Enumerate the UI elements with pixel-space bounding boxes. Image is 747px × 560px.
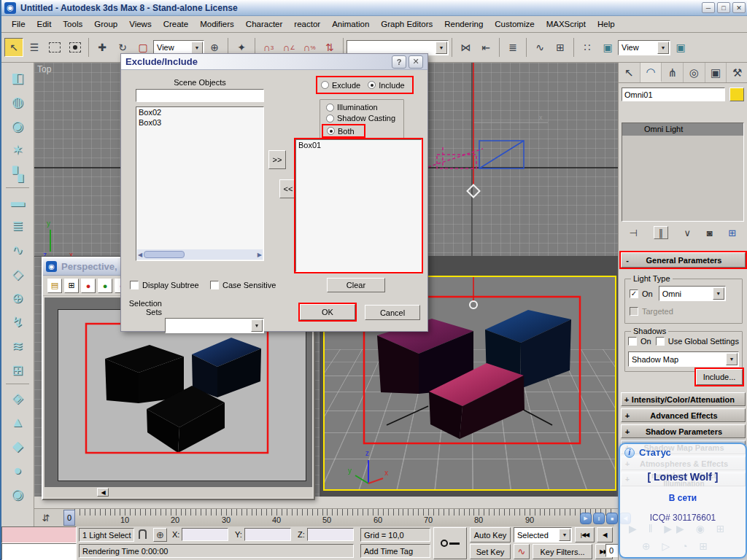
illumination-radio-label[interactable]: Illumination	[337, 103, 378, 112]
render-scene-icon[interactable]: ▣	[598, 38, 617, 57]
included-objects-list[interactable]: Box01	[295, 139, 422, 272]
menu-group[interactable]: Group	[88, 18, 123, 31]
menu-rendering[interactable]: Rendering	[438, 18, 489, 31]
align-icon[interactable]: ⇤	[476, 38, 495, 57]
popup-header[interactable]: i Статус	[620, 444, 746, 461]
menu-animation[interactable]: Animation	[326, 18, 375, 31]
z-field[interactable]	[307, 528, 354, 541]
show-end-result-icon[interactable]: ∥	[654, 226, 668, 239]
light-on-label[interactable]: On	[642, 289, 653, 298]
tab-motion-icon[interactable]: ◎	[684, 63, 705, 82]
viewport-top-label[interactable]: Top	[37, 64, 51, 74]
select-by-name-icon[interactable]: ☰	[25, 38, 44, 57]
help-icon[interactable]: ?	[392, 55, 406, 69]
both-radio[interactable]	[327, 127, 335, 135]
menu-tools[interactable]: Tools	[57, 18, 88, 31]
move-right-button[interactable]: >>	[268, 150, 286, 169]
minimize-button[interactable]: ─	[702, 2, 715, 13]
default-tangent-icon[interactable]: ∿	[514, 544, 530, 559]
mirror-icon[interactable]: ⋈	[456, 38, 475, 57]
scroll-left-icon[interactable]: ◀	[97, 488, 109, 497]
intensity-rollout[interactable]: +Intensity/Color/Attenuation	[621, 392, 746, 406]
time-ruler[interactable]: 10 20 30 40 50 60 70 80 90	[74, 509, 614, 527]
use-global-settings-checkbox[interactable]	[656, 337, 665, 346]
selection-lock-icon[interactable]	[139, 529, 147, 539]
reactor-constraint-icon[interactable]: ◈	[5, 386, 30, 410]
set-key-mode-button[interactable]	[433, 527, 467, 559]
reactor-deforming-mesh-icon[interactable]: ▚	[5, 162, 30, 186]
red-channel-icon[interactable]: ●	[81, 279, 96, 293]
reactor-plane-icon[interactable]: ▬	[5, 190, 30, 214]
chevron-down-icon[interactable]: ▼	[713, 287, 724, 300]
mini-curve-editor-icon[interactable]: ⇵	[39, 511, 53, 524]
chevron-down-icon[interactable]: ▼	[657, 42, 669, 54]
maximize-button[interactable]: □	[717, 2, 730, 13]
shadow-parameters-rollout[interactable]: +Shadow Parameters	[621, 424, 746, 438]
object-name-field[interactable]	[622, 88, 725, 101]
selection-filter-icon[interactable]	[66, 38, 85, 57]
chevron-down-icon[interactable]: ▼	[559, 529, 570, 541]
reactor-rope-icon[interactable]: ✶	[5, 138, 30, 162]
chevron-down-icon[interactable]: ▼	[436, 42, 447, 54]
reactor-ragdoll-icon[interactable]: ▲	[5, 410, 30, 434]
scene-objects-list[interactable]: Box02 Box03 ◀ ▶	[136, 106, 264, 261]
list-horizontal-scrollbar[interactable]: ◀ ▶	[137, 249, 263, 260]
advanced-effects-rollout[interactable]: +Advanced Effects	[621, 408, 746, 422]
menu-customize[interactable]: Customize	[489, 18, 540, 31]
shadows-on-checkbox[interactable]	[628, 337, 637, 346]
reactor-wind-icon[interactable]: ⊕	[5, 286, 30, 310]
title-bar[interactable]: ◉ Untitled - Autodesk 3ds Max 8 - Stand-…	[1, 0, 747, 16]
maxscript-listener-pink[interactable]	[1, 526, 77, 543]
render-preset-dropdown[interactable]: View ▼	[618, 40, 670, 55]
menu-create[interactable]: Create	[158, 18, 195, 31]
selection-sets-dropdown[interactable]: ▼	[165, 318, 264, 333]
shadow-map-dropdown[interactable]: Shadow Map ▼	[628, 351, 739, 367]
add-time-tag[interactable]: Add Time Tag	[360, 544, 430, 558]
light-on-checkbox[interactable]: ✓	[630, 289, 638, 298]
menu-modifiers[interactable]: Modifiers	[194, 18, 240, 31]
select-object-icon[interactable]: ↖	[4, 38, 23, 57]
exclude-radio[interactable]	[321, 81, 329, 89]
rectangular-selection-icon[interactable]	[45, 38, 64, 57]
reactor-spring-icon[interactable]: ≣	[5, 214, 30, 238]
general-parameters-rollout[interactable]: - General Parameters	[621, 252, 746, 268]
exclude-radio-label[interactable]: Exclude	[332, 81, 360, 90]
configure-modifier-sets-icon[interactable]: ⊞	[728, 228, 736, 238]
stack-item-omni-light[interactable]: Omni Light	[622, 123, 743, 136]
list-item[interactable]: Box03	[136, 117, 263, 128]
time-slider[interactable]: 0	[63, 510, 75, 526]
shadow-casting-radio-label[interactable]: Shadow Casting	[337, 114, 395, 122]
clear-button[interactable]: Clear	[327, 278, 385, 292]
tab-create-icon[interactable]: ↖	[619, 63, 640, 82]
clone-window-icon[interactable]: ⊞	[64, 279, 79, 293]
menu-edit[interactable]: Edit	[31, 18, 58, 31]
light-type-dropdown[interactable]: Omni ▼	[659, 286, 726, 301]
reactor-water-icon[interactable]: ⊞	[5, 358, 30, 382]
exclude-include-dialog[interactable]: Exclude/Include ? ✕ Scene Objects Box02 …	[120, 53, 428, 332]
y-field[interactable]	[244, 528, 291, 541]
reactor-dashpot-icon[interactable]: ∿	[5, 238, 30, 262]
close-icon[interactable]: ✕	[409, 55, 423, 69]
schematic-view-icon[interactable]: ⊞	[551, 38, 570, 57]
menu-reactor[interactable]: reactor	[288, 18, 326, 31]
reactor-toy-car-icon[interactable]: ↯	[5, 310, 30, 334]
scrollbar-thumb[interactable]	[144, 251, 185, 258]
menu-file[interactable]: File	[6, 18, 31, 31]
key-mode-dropdown[interactable]: Selected ▼	[514, 527, 572, 542]
tab-hierarchy-icon[interactable]: ⋔	[662, 63, 684, 82]
tab-display-icon[interactable]: ▣	[705, 63, 727, 82]
layers-icon[interactable]: ≣	[503, 38, 522, 57]
cancel-button[interactable]: Cancel	[365, 305, 420, 320]
include-button[interactable]: Include...	[696, 369, 743, 385]
chevron-down-icon[interactable]: ▼	[191, 42, 203, 54]
shadow-casting-radio[interactable]	[326, 114, 334, 122]
play-icon[interactable]: ▶	[580, 513, 592, 524]
chevron-down-icon[interactable]: ▼	[726, 353, 738, 365]
include-radio[interactable]	[368, 81, 376, 89]
pause-icon[interactable]: ‖	[593, 513, 605, 524]
reactor-rigid-body-icon[interactable]: ◧	[5, 66, 30, 90]
ok-button[interactable]: OK	[300, 304, 355, 320]
tab-utilities-icon[interactable]: ⚒	[727, 63, 747, 82]
tab-modify-icon[interactable]: ◠	[640, 63, 662, 82]
scene-objects-filter-input[interactable]	[136, 89, 264, 102]
